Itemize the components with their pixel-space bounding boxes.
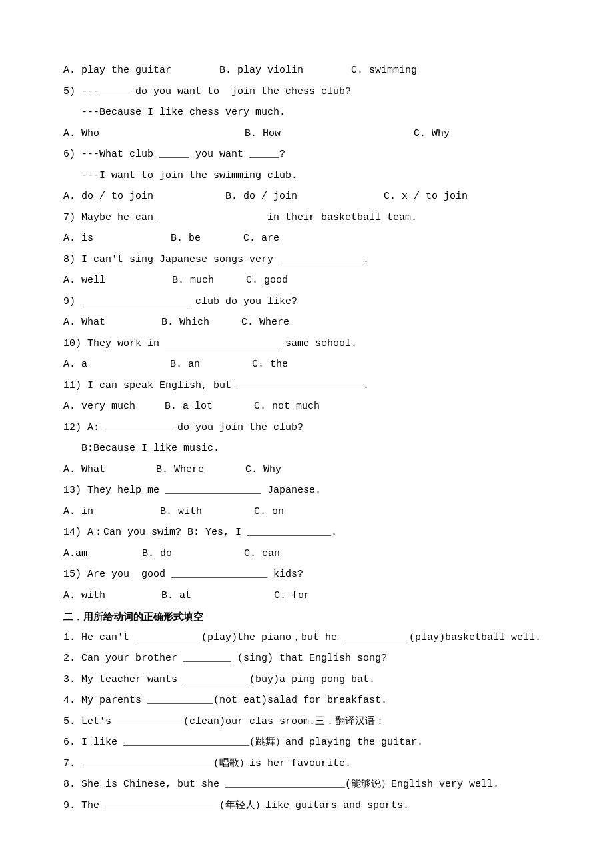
q11-options: A. very muchB. a lotC. not much: [63, 396, 556, 417]
q6-opt-a: A. do / to join: [63, 191, 153, 202]
q6-options: A. do / to joinB. do / joinC. x / to joi…: [63, 186, 556, 207]
section-2-heading: 二．用所给动词的正确形式填空: [63, 606, 556, 627]
q8-stem: 8) I can't sing Japanese songs very ____…: [63, 249, 556, 271]
s2-item-4: 4. My parents ___________(not eat)salad …: [63, 690, 556, 711]
q14-opt-a: A.am: [63, 548, 87, 559]
q13-options: A. inB. withC. on: [63, 501, 556, 523]
q12-opt-c: C. Why: [245, 464, 281, 475]
q15-opt-b: B. at: [161, 590, 191, 601]
q14-stem: 14) A：Can you swim? B: Yes, I __________…: [63, 522, 556, 543]
q15-opt-a: A. with: [63, 590, 105, 601]
q10-stem: 10) They work in ___________________ sam…: [63, 333, 556, 355]
q4-opt-a: A. play the guitar: [63, 65, 171, 76]
q10-opt-b: B. an: [170, 359, 200, 370]
q9-stem: 9) __________________ club do you like?: [63, 291, 556, 313]
q4-options: A. play the guitarB. play violinC. swimm…: [63, 60, 556, 81]
s2-item-3: 3. My teacher wants ___________(buy)a pi…: [63, 669, 556, 691]
q5-stem-2: ---Because I like chess very much.: [63, 102, 556, 123]
q12-stem-1: 12) A: ___________ do you join the club?: [63, 417, 556, 439]
q7-opt-a: A. is: [63, 233, 93, 244]
s2-item-2: 2. Can your brother ________ (sing) that…: [63, 648, 556, 669]
q15-opt-c: C. for: [274, 590, 310, 601]
q8-opt-c: C. good: [246, 275, 288, 286]
q5-opt-a: A. Who: [63, 128, 99, 139]
q5-options: A. WhoB. HowC. Why: [63, 123, 556, 145]
q14-opt-c: C. can: [244, 548, 280, 559]
q15-stem: 15) Are you good ________________ kids?: [63, 564, 556, 585]
s2-item-1: 1. He can't ___________(play)the piano，b…: [63, 627, 556, 649]
q7-opt-b: B. be: [171, 233, 201, 244]
q9-opt-a: A. What: [63, 317, 105, 328]
q5-stem-1: 5) ---_____ do you want to join the ches…: [63, 81, 556, 103]
q4-opt-c: C. swimming: [351, 65, 417, 76]
s2-item-9: 9. The __________________ (年轻人）like guit…: [63, 795, 556, 817]
q6-opt-c: C. x / to join: [384, 191, 468, 202]
q13-opt-a: A. in: [63, 506, 93, 517]
s2-item-8: 8. She is Chinese, but she _____________…: [63, 774, 556, 795]
q11-opt-b: B. a lot: [165, 401, 213, 412]
q13-opt-b: B. with: [160, 506, 202, 517]
s2-item-6: 6. I like _____________________(跳舞）and p…: [63, 732, 556, 753]
q8-opt-b: B. much: [172, 275, 214, 286]
s2-item-5: 5. Let's ___________(clean)our clas sroo…: [63, 711, 556, 733]
q8-opt-a: A. well: [63, 275, 105, 286]
q12-opt-b: B. Where: [156, 464, 204, 475]
q11-opt-a: A. very much: [63, 401, 135, 412]
q10-opt-a: A. a: [63, 359, 87, 370]
q7-stem: 7) Maybe he can _________________ in the…: [63, 207, 556, 229]
q10-options: A. aB. anC. the: [63, 354, 556, 375]
q9-opt-b: B. Which: [161, 317, 209, 328]
q6-stem-2: ---I want to join the swimming club.: [63, 165, 556, 187]
q11-opt-c: C. not much: [254, 401, 320, 412]
q6-opt-b: B. do / join: [225, 191, 297, 202]
q15-options: A. withB. atC. for: [63, 585, 556, 607]
q7-opt-c: C. are: [243, 233, 279, 244]
q10-opt-c: C. the: [252, 359, 288, 370]
q9-options: A. WhatB. WhichC. Where: [63, 312, 556, 333]
q5-opt-c: C. Why: [414, 128, 450, 139]
q8-options: A. wellB. muchC. good: [63, 270, 556, 291]
q7-options: A. isB. beC. are: [63, 228, 556, 249]
s2-item-7: 7. ______________________(唱歌）is her favo…: [63, 753, 556, 775]
q12-options: A. WhatB. WhereC. Why: [63, 459, 556, 481]
q12-stem-2: B:Because I like music.: [63, 438, 556, 459]
q11-stem: 11) I can speak English, but ___________…: [63, 375, 556, 397]
q12-opt-a: A. What: [63, 464, 105, 475]
q13-opt-c: C. on: [254, 506, 284, 517]
q6-stem-1: 6) ---What club _____ you want _____?: [63, 144, 556, 165]
q13-stem: 13) They help me ________________ Japane…: [63, 480, 556, 501]
q9-opt-c: C. Where: [241, 317, 289, 328]
q4-opt-b: B. play violin: [219, 65, 303, 76]
q5-opt-b: B. How: [245, 128, 281, 139]
q14-opt-b: B. do: [142, 548, 172, 559]
q14-options: A.amB. doC. can: [63, 543, 556, 565]
